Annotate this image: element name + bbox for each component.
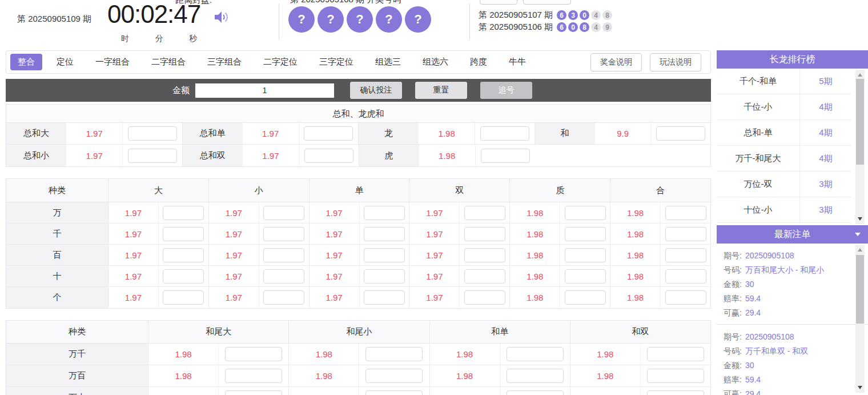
bet-odds[interactable]: 1.98 [610,266,660,286]
tab-zuxuan-san[interactable]: 组选三 [373,54,403,70]
bet-input[interactable] [665,290,706,305]
bet-input[interactable] [647,390,704,395]
bet-odds[interactable]: 1.98 [570,365,640,386]
bet-odds[interactable]: 1.97 [209,287,259,308]
tab-yizi-zuhe[interactable]: 一字组合 [93,54,132,70]
ranking-row[interactable]: 千个-和单 5期 [717,69,851,94]
bet-input[interactable] [481,149,530,163]
bet-odds[interactable]: 9.9 [595,123,651,144]
bet-odds[interactable]: 1.97 [209,224,259,244]
bet-input[interactable] [464,290,505,305]
bet-input[interactable] [364,227,405,241]
bet-input[interactable] [647,369,704,383]
bet-input[interactable] [263,206,304,220]
bet-odds[interactable]: 1.97 [209,266,259,286]
bet-input[interactable] [163,227,204,241]
bet-odds[interactable]: 1.97 [310,202,359,223]
bet-odds[interactable]: 1.98 [570,344,640,365]
bet-input[interactable] [565,227,606,241]
tab-niuniu[interactable]: 牛牛 [507,54,528,70]
bet-input[interactable] [480,126,529,141]
bet-odds[interactable]: 1.98 [419,123,475,144]
bet-input[interactable] [364,206,405,220]
bet-input[interactable] [647,347,704,361]
tab-zuxuan-liu[interactable]: 组选六 [420,54,451,70]
bet-odds[interactable]: 1.97 [108,245,158,265]
bet-input[interactable] [665,248,706,262]
bet-odds[interactable]: 1.97 [108,287,158,308]
bet-odds[interactable]: 1.97 [409,266,459,286]
chase-number-button[interactable]: 追号 [480,82,532,99]
bet-odds[interactable]: 1.97 [108,202,158,223]
scroll-up-icon[interactable] [855,71,865,79]
clipped-button-right[interactable] [523,0,571,5]
bet-odds[interactable]: 1.98 [419,145,475,166]
ranking-row[interactable]: 十位-小 3期 [717,197,851,223]
bet-input[interactable] [225,390,282,395]
bet-input[interactable] [565,206,606,220]
bet-odds[interactable]: 1.97 [310,266,359,286]
bet-input[interactable] [263,248,304,262]
scrollbar-thumb[interactable] [856,255,864,324]
bet-input[interactable] [365,369,423,383]
tab-zhenghe[interactable]: 整合 [10,54,42,70]
clipped-button-left[interactable] [480,0,517,5]
ranking-row[interactable]: 万千-和尾大 4期 [717,146,851,171]
bet-odds[interactable]: 1.98 [148,365,218,386]
bet-input[interactable] [656,126,705,141]
bet-odds[interactable]: 1.98 [289,387,359,395]
tab-sanzi-zuhe[interactable]: 三字组合 [205,54,244,70]
bet-odds[interactable]: 1.97 [209,245,259,265]
bet-input[interactable] [364,269,405,284]
bet-odds[interactable]: 1.98 [289,344,359,365]
bet-odds[interactable]: 1.98 [610,245,660,265]
bet-odds[interactable]: 1.97 [243,123,299,144]
chevron-down-icon[interactable] [855,233,861,236]
bet-odds[interactable]: 1.98 [289,365,359,386]
bet-input[interactable] [163,206,204,220]
bet-input[interactable] [163,290,204,305]
orders-scrollbar[interactable] [855,245,865,393]
bet-odds[interactable]: 1.97 [409,202,459,223]
bet-input[interactable] [565,269,606,284]
ranking-row[interactable]: 千位-小 4期 [717,94,851,120]
bet-input[interactable] [565,248,606,262]
bet-odds[interactable]: 1.97 [66,145,122,166]
bet-odds[interactable]: 1.97 [66,123,122,144]
tab-erzi-zuhe[interactable]: 二字组合 [149,54,188,70]
bet-input[interactable] [364,248,405,262]
bet-odds[interactable]: 1.98 [510,202,560,223]
bet-input[interactable] [365,390,423,395]
bet-input[interactable] [665,227,706,241]
bet-input[interactable] [464,227,505,241]
bet-odds[interactable]: 1.97 [108,224,158,244]
bet-input[interactable] [163,269,204,284]
amount-input[interactable] [195,83,334,98]
ranking-row[interactable]: 总和-单 4期 [717,120,851,146]
scroll-down-icon[interactable] [855,384,865,392]
bet-odds[interactable]: 1.98 [430,387,500,395]
scrollbar-thumb[interactable] [856,79,864,165]
bet-input[interactable] [163,248,204,262]
bet-input[interactable] [464,269,505,284]
tab-dingwei[interactable]: 定位 [54,54,76,70]
bet-input[interactable] [665,206,706,220]
bet-odds[interactable]: 1.98 [148,387,218,395]
bet-odds[interactable]: 1.97 [108,266,158,286]
bet-input[interactable] [507,369,564,383]
bet-odds[interactable]: 1.97 [310,287,359,308]
bet-odds[interactable]: 1.98 [430,344,500,365]
bet-odds[interactable]: 1.98 [430,365,500,386]
bet-input[interactable] [464,206,505,220]
bet-odds[interactable]: 1.98 [510,245,560,265]
howto-button[interactable]: 玩法说明 [650,53,701,71]
ranking-scrollbar[interactable] [855,70,865,224]
bet-odds[interactable]: 1.98 [570,387,640,395]
bet-input[interactable] [263,227,304,241]
bet-input[interactable] [665,269,706,284]
bet-odds[interactable]: 1.98 [610,224,660,244]
bet-input[interactable] [128,126,177,141]
bet-input[interactable] [507,390,564,395]
bet-odds[interactable]: 1.98 [610,202,660,223]
confirm-bet-button[interactable]: 确认投注 [350,82,402,99]
